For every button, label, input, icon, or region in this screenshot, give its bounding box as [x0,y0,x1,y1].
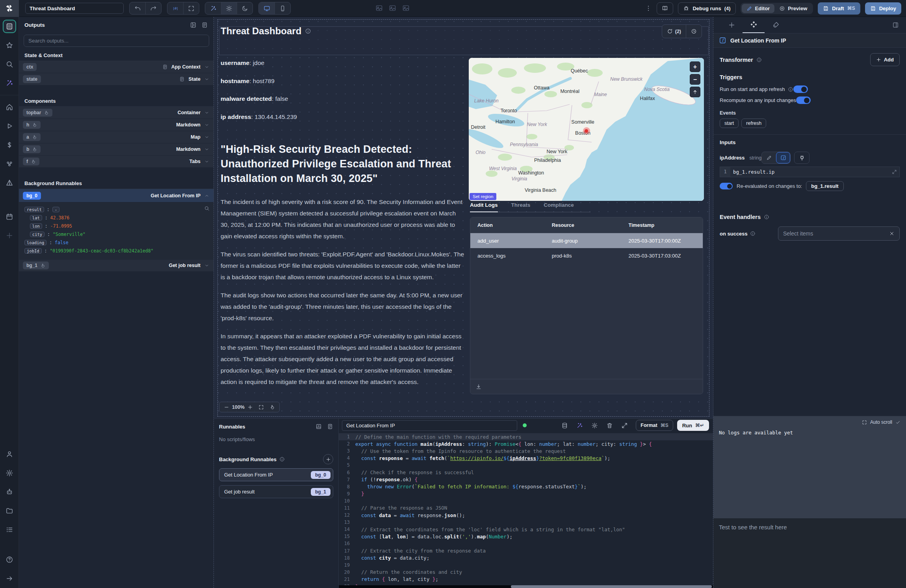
light-theme-button[interactable] [221,2,237,14]
state-chip-ctx[interactable]: ctx [23,63,37,71]
component-chip-topbar[interactable]: topbar [23,109,52,117]
settings-icon[interactable] [591,422,598,429]
redo-button[interactable] [145,2,161,14]
expand-logs-icon[interactable] [862,420,867,425]
chevron-down-icon[interactable] [204,76,210,82]
debug-runs-button[interactable]: Debug runs (4) [678,2,735,15]
rail-item-wand[interactable] [3,76,16,90]
chevron-down-icon[interactable] [204,147,210,152]
rail-item-search[interactable] [3,58,16,71]
desktop-view-button[interactable] [259,2,275,14]
reeval-dependency-chip[interactable]: bg_1.result [806,181,843,191]
chevron-down-icon[interactable] [204,64,210,70]
code-line-1[interactable]: 1// Define the main function with the re… [339,433,713,440]
table-row[interactable]: access_logsprod-k8s2025-03-30T17:03:00Z [470,248,703,263]
component-row-f[interactable]: fTabs [19,156,214,168]
code-line-19[interactable]: 19 [339,562,713,569]
center-align-button[interactable]: |0| [167,2,183,14]
code-scrollbar[interactable] [339,585,713,588]
component-row-b[interactable]: bMarkdown [19,143,214,156]
component-chip-f[interactable]: f [23,158,39,165]
rail-item-dollar[interactable] [3,138,16,152]
docs-button[interactable] [657,2,673,15]
bg0-row[interactable]: bg_0 Get Location From IP [19,189,214,202]
component-settings-tab[interactable] [743,17,765,33]
collapse-right-panel-icon[interactable] [892,22,899,28]
ai-wand-button[interactable] [205,2,221,14]
chevron-down-icon[interactable] [204,263,210,268]
chevron-up-icon[interactable] [204,193,210,198]
styling-tab[interactable] [765,17,787,33]
tab-compliance[interactable]: Compliance [544,202,574,212]
rail-item-plus[interactable] [3,229,16,242]
map-locate-button[interactable] [690,87,700,97]
state-row-state[interactable]: stateState [19,73,214,85]
pan-button[interactable] [267,402,278,412]
zoom-in-button[interactable] [245,402,256,412]
code-line-13[interactable]: 13 [339,519,713,526]
rail-item-star[interactable] [3,39,16,52]
mobile-view-button[interactable] [275,2,290,14]
code-line-7[interactable]: 7 if (!response.ok) { [339,476,713,483]
insert-component-tab[interactable] [720,17,743,33]
windmill-logo[interactable] [0,0,19,17]
cache-icon[interactable] [561,422,568,429]
code-line-20[interactable]: 20 // Return the coordinates and city [339,569,713,576]
code-line-9[interactable]: 9 } [339,490,713,497]
draft-button[interactable]: Draft ⌘S [818,2,860,15]
fit-view-button[interactable] [183,2,199,14]
state-chip-state[interactable]: state [23,75,41,83]
code-line-4[interactable]: 4 const response = await fetch(`https://… [339,454,713,462]
rail-item-list[interactable] [3,523,16,536]
code-line-8[interactable]: 8 throw new Error(`Failed to fetch IP in… [339,483,713,490]
editor-tab[interactable]: Editor [742,4,775,13]
tree-node-jobId[interactable]: jobId : "0199390f-2843-ceac-dc03-cf8b242… [24,247,208,255]
doc-icon[interactable] [201,22,208,28]
rail-item-calendar[interactable] [3,210,16,223]
map-component[interactable]: QuébecOttawaMontréalNew BrunswickNova Sc… [469,58,704,201]
tree-node-city[interactable]: city : "Somerville" [24,230,208,239]
on-success-select[interactable]: Select items [778,226,900,241]
rail-item-gear[interactable] [3,466,16,480]
fit-canvas-button[interactable] [256,402,267,412]
tree-search-icon[interactable] [204,206,210,211]
code-line-16[interactable]: 16 [339,540,713,547]
rail-item-prism[interactable] [3,176,16,189]
rail-item-robot[interactable] [3,485,16,499]
rail-item-user[interactable] [3,447,16,461]
code-line-5[interactable]: 5 [339,462,713,469]
bg1-row[interactable]: bg_1 Get job result [19,260,214,272]
code-scrollbar-thumb[interactable] [511,585,712,588]
component-chip-a[interactable]: a [23,133,41,141]
component-chip-b[interactable]: b [23,145,41,153]
recompute-toggle[interactable] [796,96,811,104]
column-header-action[interactable]: Action [470,223,545,228]
more-menu-icon[interactable] [645,5,652,12]
code-line-14[interactable]: 14 // Extract the coordinates from the '… [339,526,713,533]
column-header-resource[interactable]: Resource [545,223,622,228]
code-line-17[interactable]: 17 // Extract the city from the response… [339,547,713,555]
search-input[interactable] [24,35,209,47]
clear-icon[interactable] [889,231,895,236]
download-icon[interactable] [475,384,482,390]
code-editor[interactable]: 1// Define the main function with the re… [339,432,713,588]
code-line-6[interactable]: 6 // Check if the response is successful [339,469,713,476]
tree-node-loading[interactable]: loading : false [24,239,208,247]
chevron-down-icon[interactable] [204,134,210,140]
rail-item-app-window[interactable] [3,20,16,33]
code-line-21[interactable]: 21 return { lon, lat, city }; [339,576,713,583]
rail-item-cluster[interactable] [3,157,16,171]
run-button[interactable]: Run⌘↵ [677,420,709,431]
static-mode-button[interactable] [762,152,776,163]
ai-assist-icon[interactable] [576,422,583,429]
input-expression-editor[interactable]: 1 bg_1.result.ip [720,167,900,177]
component-row-topbar[interactable]: topbarContainer [19,107,214,119]
app-title-input[interactable] [25,3,124,14]
connect-input-button[interactable] [794,152,809,164]
add-runnable-button[interactable] [323,454,333,464]
undo-button[interactable] [130,2,145,14]
component-row-a[interactable]: aMap [19,131,214,143]
event-chip-refresh[interactable]: refresh [741,119,766,128]
deploy-button[interactable]: Deploy [865,2,901,15]
code-line-18[interactable]: 18 const city = data.city; [339,555,713,562]
